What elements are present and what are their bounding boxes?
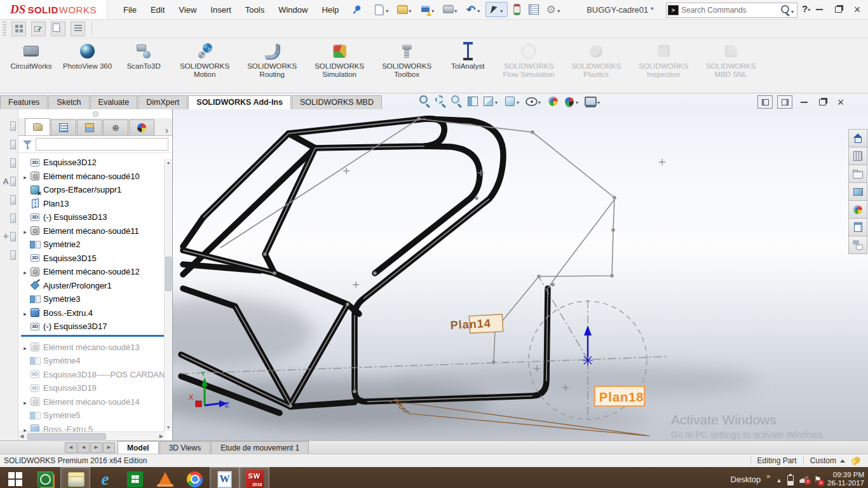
toolbar-button[interactable] bbox=[51, 22, 65, 36]
next-tab-button[interactable] bbox=[90, 442, 102, 453]
quick-tool-button[interactable] bbox=[371, 2, 393, 17]
feature-manager-tab[interactable] bbox=[103, 119, 128, 135]
taskbar-clock[interactable]: 09:39 PM 26-11-2017 bbox=[827, 471, 864, 487]
toolbar-button[interactable] bbox=[11, 22, 26, 36]
doc-restore-button[interactable] bbox=[815, 96, 829, 108]
dropdown-caret-icon[interactable] bbox=[454, 5, 460, 15]
left-tool-button[interactable] bbox=[2, 248, 16, 262]
toolbar-button[interactable] bbox=[71, 22, 85, 36]
task-pane-button[interactable] bbox=[848, 218, 867, 236]
command-tab[interactable]: Sketch bbox=[48, 95, 89, 109]
scroll-thumb[interactable] bbox=[165, 257, 172, 291]
task-pane-button[interactable] bbox=[848, 182, 867, 201]
taskbar-app-button[interactable] bbox=[90, 467, 120, 488]
search-input[interactable] bbox=[679, 6, 780, 15]
left-tool-button[interactable] bbox=[2, 211, 16, 225]
scroll-thumb[interactable] bbox=[27, 433, 106, 440]
dropdown-caret-icon[interactable] bbox=[495, 97, 501, 106]
taskbar-app-button[interactable] bbox=[120, 467, 150, 488]
plan18-label[interactable]: Plan18 bbox=[595, 386, 644, 406]
task-pane-button[interactable] bbox=[848, 236, 867, 254]
addin-toggle-button[interactable]: SOLIDWORKS Simulation bbox=[306, 38, 373, 80]
tree-item[interactable]: Esquisse3D15 bbox=[21, 252, 172, 266]
tree-vertical-scrollbar[interactable]: ▲ ▼ bbox=[164, 159, 172, 431]
collapse-left-pane-icon[interactable] bbox=[757, 95, 773, 109]
left-tool-button[interactable] bbox=[2, 156, 16, 170]
command-tab[interactable]: SOLIDWORKS Add-Ins bbox=[188, 95, 291, 109]
view-tool-button[interactable] bbox=[503, 95, 522, 108]
view-tool-button[interactable] bbox=[584, 95, 603, 108]
taskbar-app-button[interactable] bbox=[210, 467, 240, 488]
addin-toggle-button[interactable]: PhotoView 360 bbox=[58, 38, 116, 72]
addin-toggle-button[interactable]: CircuitWorks bbox=[4, 38, 58, 72]
left-tool-button[interactable] bbox=[2, 229, 16, 243]
expand-arrow-icon[interactable] bbox=[21, 267, 29, 276]
graphics-viewport[interactable]: Y Z X Plan14 Plan18 Activate W bbox=[173, 109, 868, 440]
tree-item[interactable]: Ajuster/Prolonger1 bbox=[21, 279, 172, 293]
taskbar-app-button[interactable] bbox=[180, 467, 210, 488]
config-dropdown-arrow-icon[interactable] bbox=[840, 459, 845, 463]
addin-toggle-button[interactable]: SOLIDWORKS Routing bbox=[238, 38, 306, 80]
search-dropdown-caret-icon[interactable] bbox=[791, 6, 797, 15]
menu-item[interactable]: Window bbox=[271, 1, 315, 19]
plan14-label[interactable]: Plan14 bbox=[450, 315, 503, 334]
menu-item[interactable]: Insert bbox=[203, 1, 238, 19]
left-tool-button[interactable] bbox=[2, 119, 16, 133]
network-disconnected-icon[interactable] bbox=[799, 475, 808, 483]
tree-item[interactable]: Esquisse3D19 bbox=[21, 381, 172, 395]
command-tab[interactable]: SOLIDWORKS MBD bbox=[292, 95, 382, 109]
last-tab-button[interactable] bbox=[103, 442, 115, 453]
dropdown-caret-icon[interactable] bbox=[477, 5, 483, 15]
scroll-up-icon[interactable]: ▲ bbox=[166, 159, 171, 166]
model-canvas[interactable]: Y Z X Plan14 Plan18 bbox=[173, 109, 868, 440]
view-tool-button[interactable] bbox=[418, 95, 431, 108]
quick-tool-button[interactable] bbox=[485, 2, 508, 17]
tree-item[interactable]: Esquisse3D12 bbox=[21, 156, 172, 170]
tree-item[interactable]: Elément mécano-soudé10 bbox=[21, 170, 172, 184]
task-pane-button[interactable] bbox=[848, 147, 867, 165]
command-tab[interactable]: DimXpert bbox=[138, 95, 187, 109]
taskbar-app-button[interactable] bbox=[150, 467, 180, 488]
dropdown-caret-icon[interactable] bbox=[576, 97, 581, 106]
rollback-bar[interactable] bbox=[21, 335, 166, 337]
addin-toggle-button[interactable]: TolAnalyst bbox=[440, 38, 495, 72]
dropdown-caret-icon[interactable] bbox=[409, 5, 414, 15]
menu-item[interactable]: View bbox=[172, 1, 203, 19]
view-tool-button[interactable] bbox=[450, 95, 463, 108]
action-center-flag-icon[interactable] bbox=[814, 475, 822, 484]
tree-item[interactable]: Esquisse3D18-----POS CARDAN bbox=[21, 368, 172, 382]
left-tool-button[interactable] bbox=[2, 137, 16, 151]
search-icon[interactable] bbox=[780, 4, 791, 16]
minimize-button[interactable] bbox=[811, 3, 827, 17]
tree-filter-input[interactable] bbox=[36, 138, 168, 151]
expand-arrow-icon[interactable] bbox=[21, 226, 29, 236]
filter-funnel-icon[interactable] bbox=[22, 140, 32, 149]
expand-arrow-icon[interactable] bbox=[21, 172, 29, 181]
taskbar-app-button[interactable] bbox=[60, 467, 90, 488]
scroll-left-icon[interactable]: ◀ bbox=[20, 432, 24, 440]
command-terminal-icon[interactable] bbox=[668, 5, 679, 15]
pin-menu-icon[interactable] bbox=[350, 3, 363, 16]
quick-tool-button[interactable] bbox=[543, 2, 565, 17]
tree-item[interactable]: Symétrie3 bbox=[21, 292, 172, 306]
previous-tab-button[interactable] bbox=[78, 442, 90, 453]
tree-item[interactable]: (-) Esquisse3D17 bbox=[21, 320, 172, 334]
view-tool-button[interactable] bbox=[525, 95, 544, 108]
feature-manager-tab[interactable] bbox=[51, 119, 76, 135]
left-tool-button[interactable] bbox=[2, 193, 16, 207]
menu-item[interactable]: Edit bbox=[144, 1, 172, 19]
tree-item[interactable]: (-) Esquisse3D13 bbox=[21, 210, 172, 224]
tree-item[interactable]: Symétrie5 bbox=[21, 409, 172, 423]
doc-close-button[interactable] bbox=[834, 96, 848, 108]
expand-arrow-icon[interactable] bbox=[21, 342, 29, 352]
view-tool-button[interactable] bbox=[434, 95, 447, 108]
taskbar-app-button[interactable] bbox=[31, 467, 60, 488]
addin-toggle-button[interactable]: SOLIDWORKS MBD SNL bbox=[697, 38, 764, 80]
document-tab[interactable]: 3D Views bbox=[159, 441, 210, 454]
expand-arrow-icon[interactable] bbox=[21, 308, 29, 318]
task-pane-button[interactable] bbox=[848, 200, 867, 219]
command-tab[interactable]: Evaluate bbox=[90, 95, 138, 109]
view-tool-button[interactable] bbox=[482, 95, 501, 108]
tree-item[interactable]: Symétrie4 bbox=[21, 354, 172, 368]
tree-item[interactable]: Elément mécano-soudé12 bbox=[21, 265, 172, 279]
